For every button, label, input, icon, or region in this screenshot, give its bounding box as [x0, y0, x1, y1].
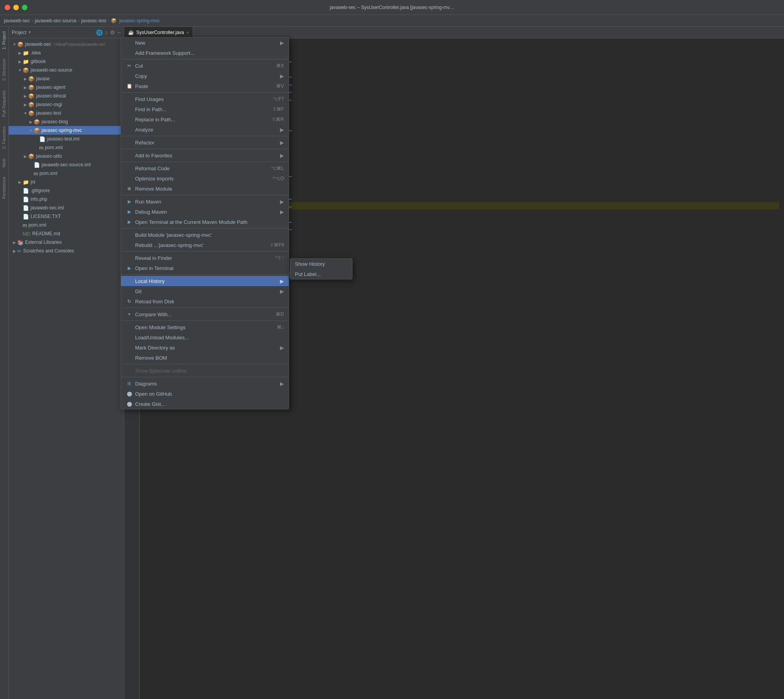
- menu-item-open-module-settings[interactable]: Open Module Settings ⌘↓: [121, 322, 289, 332]
- globe-icon[interactable]: 🌐: [96, 29, 103, 36]
- tree-item-pom-xml-1[interactable]: m pom.xml: [9, 143, 124, 152]
- editor-tab-label: SysUserController.java: [136, 30, 184, 35]
- github-icon: ⬤: [126, 391, 133, 396]
- sort-icon[interactable]: ↕: [105, 29, 108, 36]
- panel-header-icons: 🌐 ↕ ⚙ −: [96, 29, 121, 36]
- diagrams-icon: ⊞: [126, 381, 133, 386]
- tree-item-info-php[interactable]: 📄 info.php: [9, 195, 124, 204]
- menu-item-compare-with[interactable]: ✦ Compare With... ⌘D: [121, 309, 289, 319]
- tree-item-scratches[interactable]: ▶ ✏ Scratches and Consoles: [9, 247, 124, 255]
- local-history-submenu: Show History Put Label...: [290, 258, 352, 279]
- tree-item-external-libs[interactable]: ▶ 📚 External Libraries: [9, 238, 124, 247]
- menu-item-analyze[interactable]: Analyze ▶: [121, 124, 289, 135]
- title-bar: javaweb-sec – SysUserController.java [ja…: [0, 0, 784, 15]
- submenu-item-show-history[interactable]: Show History: [290, 259, 352, 269]
- tree-item-javasec-utils[interactable]: ▶ 📦 javasec-utils: [9, 152, 124, 160]
- menu-item-find-in-path[interactable]: Find in Path... ⇧⌘F: [121, 104, 289, 114]
- breadcrumb: javaweb-sec › javaweb-sec-source › javas…: [0, 15, 784, 27]
- tree-item-license[interactable]: 📄 LICENSE.TXT: [9, 212, 124, 221]
- menu-item-copy[interactable]: Copy ▶: [121, 71, 289, 81]
- settings-icon[interactable]: ⚙: [110, 29, 115, 36]
- reload-icon: ↻: [126, 299, 133, 304]
- gist-icon: ⬤: [126, 401, 133, 407]
- separator-1: [121, 59, 289, 59]
- tree-item-jni[interactable]: ▶ 📁 jni: [9, 178, 124, 186]
- tree-item-javasec-blog[interactable]: ▶ 📦 javasec-blog: [9, 117, 124, 126]
- tree-item-javasec-osgi[interactable]: ▶ 📦 javasec-osgi: [9, 100, 124, 109]
- separator-7: [121, 228, 289, 229]
- menu-item-new[interactable]: New ▶: [121, 38, 289, 48]
- tree-item-javase[interactable]: ▶ 📦 javase: [9, 74, 124, 83]
- tree-item-gitignore[interactable]: 📄 .gitignore: [9, 186, 124, 195]
- tree-item-pom-xml-3[interactable]: m pom.xml: [9, 221, 124, 229]
- sidebar-item-project[interactable]: 1: Project: [0, 27, 8, 54]
- sidebar-item-pull-requests[interactable]: Pull Requests: [0, 86, 8, 122]
- menu-item-open-on-github[interactable]: ⬤ Open on GitHub: [121, 389, 289, 399]
- separator-13: [121, 377, 289, 377]
- close-button[interactable]: [5, 5, 10, 10]
- menu-item-open-in-terminal[interactable]: ▶ Open in Terminal: [121, 263, 289, 273]
- window-controls: [5, 5, 27, 10]
- menu-item-replace-in-path[interactable]: Replace in Path... ⇧⌘R: [121, 114, 289, 124]
- menu-item-paste[interactable]: 📋 Paste ⌘V: [121, 81, 289, 91]
- menu-item-git[interactable]: Git ▶: [121, 286, 289, 296]
- submenu-item-put-label[interactable]: Put Label...: [290, 269, 352, 279]
- breadcrumb-item-4[interactable]: javasec-spring-mvc: [119, 18, 159, 23]
- separator-10: [121, 308, 289, 308]
- menu-item-load-unload-modules[interactable]: Load/Unload Modules...: [121, 332, 289, 342]
- tree-item-javasec-bincat[interactable]: ▶ 📦 javasec-bincat: [9, 92, 124, 100]
- panel-header: Project ▾ 🌐 ↕ ⚙ −: [9, 27, 124, 38]
- project-tree: ▼ 📦 javaweb-sec ~/IdeaProjects/javaweb-s…: [9, 38, 124, 699]
- module-icon: 📦: [111, 18, 117, 23]
- close-tab-button[interactable]: ×: [186, 30, 189, 35]
- tree-item-javasec-test-iml[interactable]: 📄 javasec-test.iml: [9, 135, 124, 143]
- menu-item-build-module[interactable]: Build Module 'javasec-spring-mvc': [121, 230, 289, 240]
- sidebar-item-structure[interactable]: 2: Structure: [0, 54, 8, 86]
- tree-item-readme[interactable]: MD README.md: [9, 229, 124, 238]
- menu-item-rebuild-module[interactable]: Rebuild ...'javasec-spring-mvc' ⇧⌘F9: [121, 240, 289, 250]
- tree-item-pom-xml-2[interactable]: m pom.xml: [9, 169, 124, 178]
- menu-item-remove-bom[interactable]: Remove BOM: [121, 353, 289, 363]
- tree-item-javasec-agent[interactable]: ▶ 📦 javasec-agent: [9, 83, 124, 92]
- tree-item-gitbook[interactable]: ▶ 📁 gitbook: [9, 57, 124, 66]
- tree-item-javaweb-sec-source[interactable]: ▼ 📦 javaweb-sec-source: [9, 66, 124, 74]
- menu-item-local-history[interactable]: Local History ▶: [121, 276, 289, 286]
- menu-item-cut[interactable]: ✂ Cut ⌘X: [121, 61, 289, 71]
- menu-item-refactor[interactable]: Refactor ▶: [121, 137, 289, 148]
- tree-item-javaweb-sec-iml[interactable]: 📄 javaweb-sec.iml: [9, 204, 124, 212]
- menu-item-debug-maven[interactable]: ▶ Debug Maven ▶: [121, 207, 289, 217]
- editor-tab-sysusercontroller[interactable]: ☕ SysUserController.java ×: [124, 27, 193, 38]
- menu-item-reload-from-disk[interactable]: ↻ Reload from Disk: [121, 296, 289, 306]
- menu-item-reveal-in-finder[interactable]: Reveal in Finder ^⇧↑: [121, 253, 289, 263]
- tree-item-javaweb-sec[interactable]: ▼ 📦 javaweb-sec ~/IdeaProjects/javaweb-s…: [9, 40, 124, 49]
- minimize-button[interactable]: [13, 5, 19, 10]
- menu-item-optimize-imports[interactable]: Optimize Imports ^⌥O: [121, 173, 289, 184]
- breadcrumb-item-2[interactable]: javaweb-sec-source: [35, 18, 77, 23]
- menu-item-find-usages[interactable]: Find Usages ⌥F7: [121, 94, 289, 104]
- tree-item-javaweb-sec-source-iml[interactable]: 📄 javaweb-sec-source.iml: [9, 160, 124, 169]
- sidebar-item-favorites[interactable]: 2: Favorites: [0, 122, 8, 153]
- menu-item-run-maven[interactable]: ▶ Run Maven ▶: [121, 196, 289, 207]
- tree-item-javasec-test[interactable]: ▼ 📦 javasec-test: [9, 109, 124, 117]
- menu-item-create-gist[interactable]: ⬤ Create Gist...: [121, 399, 289, 409]
- sidebar-item-persistence[interactable]: Persistence: [0, 172, 8, 204]
- tree-item-javasec-spring-mvc[interactable]: ▼ 📦 javasec-spring-mvc: [9, 126, 124, 135]
- menu-item-reformat-code[interactable]: Reformat Code ⌥⌘L: [121, 163, 289, 173]
- separator-3: [121, 136, 289, 136]
- menu-item-add-framework[interactable]: Add Framework Support...: [121, 48, 289, 58]
- separator-6: [121, 195, 289, 195]
- debug-maven-icon: ▶: [126, 209, 133, 214]
- menu-item-add-to-favorites[interactable]: Add to Favorites ▶: [121, 150, 289, 160]
- menu-item-diagrams[interactable]: ⊞ Diagrams ▶: [121, 378, 289, 389]
- paste-icon: 📋: [126, 83, 133, 89]
- menu-item-remove-module[interactable]: ⊗ Remove Module: [121, 184, 289, 194]
- breadcrumb-item-1[interactable]: javaweb-sec: [4, 18, 30, 23]
- compare-icon: ✦: [126, 312, 133, 317]
- collapse-icon[interactable]: −: [117, 29, 121, 36]
- sidebar-item-web[interactable]: Web: [0, 154, 8, 172]
- menu-item-open-terminal-maven[interactable]: ▶ Open Terminal at the Current Maven Mod…: [121, 217, 289, 227]
- tree-item-idea[interactable]: ▶ 📁 .idea: [9, 49, 124, 57]
- breadcrumb-item-3[interactable]: javasec-test: [81, 18, 106, 23]
- maximize-button[interactable]: [22, 5, 27, 10]
- menu-item-mark-directory-as[interactable]: Mark Directory as ▶: [121, 342, 289, 353]
